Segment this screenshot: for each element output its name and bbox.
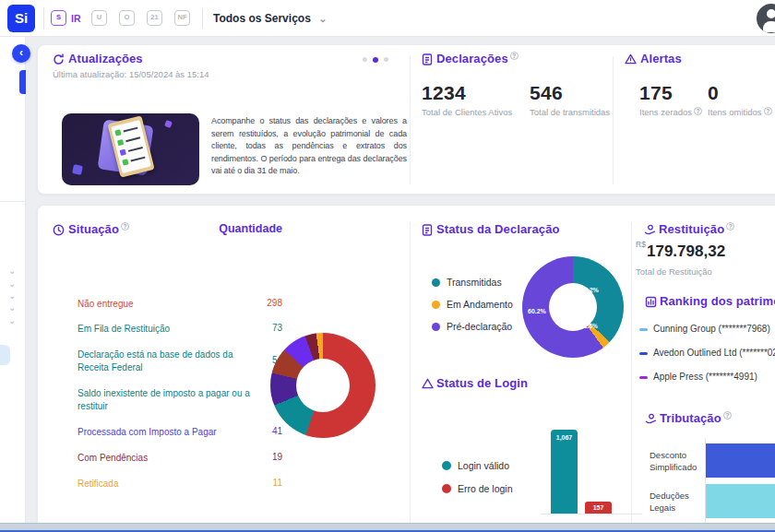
module-badge-ir[interactable]: IR	[71, 13, 81, 24]
legend-label: Pré-declaração	[447, 321, 512, 332]
chevron-down-icon[interactable]: ⌄	[8, 291, 16, 301]
situation-row-value: 73	[243, 323, 282, 333]
bar-value-label: 1,067	[551, 434, 578, 441]
updates-body-text: Acompanhe o status das declarações e val…	[211, 115, 407, 178]
situation-row-label: Declaração está na base de dados da Rece…	[78, 349, 255, 373]
topbar-divider	[43, 7, 44, 30]
module-glyph: O	[125, 13, 130, 21]
carousel-dot[interactable]	[363, 57, 367, 62]
situation-title: Situação?	[68, 222, 129, 236]
ranking-item: Avedon Outlined Ltd (*******0291)	[653, 348, 775, 358]
clock-icon	[53, 224, 65, 236]
services-dropdown[interactable]: Todos os Serviços ⌄	[213, 12, 327, 25]
horizontal-scrollbar[interactable]	[0, 523, 775, 530]
sidebar-active-pill[interactable]	[19, 70, 26, 94]
restitution-value: 179.798,32	[647, 242, 725, 261]
situation-row-label: Em Fila de Restituição	[78, 323, 255, 336]
card-divider	[613, 56, 614, 184]
login-error-bar[interactable]: 157	[585, 502, 612, 514]
illustration-square	[72, 164, 83, 175]
avatar[interactable]	[757, 4, 775, 33]
stat-value: 175	[639, 82, 673, 104]
app-window: Si S IR U O 21 NF Todos os Serviços ⌄ ‹ …	[0, 0, 775, 532]
module-icon-5[interactable]: NF	[174, 10, 190, 26]
warning-triangle-icon	[625, 53, 637, 65]
restitution-caption: Total de Restituição	[636, 266, 712, 277]
situation-row-value: 41	[243, 426, 282, 436]
legend-label: Em Andamento	[447, 299, 513, 310]
bar-chart-icon	[645, 296, 657, 308]
taxation-bar[interactable]	[706, 443, 775, 478]
situation-row-label: Saldo inexistente de imposto a pagar ou …	[78, 387, 255, 412]
carousel-dot-active[interactable]	[373, 57, 378, 63]
refresh-icon[interactable]	[53, 53, 65, 65]
sidebar-collapse-button[interactable]: ‹	[12, 44, 30, 63]
stat-value: 1234	[422, 82, 466, 104]
dashboard-card: Situação? Quantidade Não entregue 298 Em…	[37, 205, 775, 532]
ranking-item: Cunning Group (*******7968)	[653, 324, 770, 334]
document-icon	[422, 224, 433, 236]
module-glyph: U	[97, 13, 101, 21]
situation-row-value: 298	[243, 298, 282, 308]
info-icon[interactable]: ?	[764, 107, 772, 115]
module-icon-2[interactable]: U	[91, 10, 107, 26]
legend-dot	[432, 278, 440, 287]
info-icon[interactable]: ?	[723, 411, 732, 420]
chevron-down-icon[interactable]: ⌄	[8, 316, 16, 325]
module-icon-3[interactable]: O	[119, 10, 135, 26]
app-logo[interactable]: Si	[7, 5, 35, 32]
app-logo-text: Si	[15, 10, 28, 26]
summary-card: Atualizações Última atualização: 15/05/2…	[37, 44, 775, 195]
topbar: Si S IR U O 21 NF Todos os Serviços ⌄	[0, 0, 775, 37]
stat-label: Itens omitidos?	[708, 107, 772, 117]
taxation-bar-label: Deduções Legais	[650, 490, 703, 514]
slice-label: 2.6%	[584, 323, 598, 329]
services-dropdown-label: Todos os Serviços	[213, 12, 311, 25]
situation-row-label: Não entregue	[78, 298, 255, 311]
info-icon[interactable]: ?	[726, 222, 734, 231]
stat-label: Total de Clientes Ativos	[422, 107, 512, 117]
info-icon[interactable]: ?	[121, 222, 129, 231]
taxation-title: Tributação?	[660, 411, 732, 425]
situation-row-label: Retificada	[78, 478, 255, 491]
chevron-down-icon[interactable]: ⌄	[8, 279, 16, 289]
legend-label: Erro de login	[458, 483, 513, 494]
info-icon[interactable]: ?	[694, 107, 702, 115]
document-icon	[422, 53, 433, 65]
module-icon-ir[interactable]: S	[51, 10, 66, 26]
hand-coin-icon	[645, 413, 657, 425]
ranking-dash	[639, 352, 648, 355]
module-glyph: S	[56, 13, 61, 21]
situation-row-label: Com Pendências	[78, 452, 255, 465]
module-glyph: NF	[178, 13, 187, 21]
quantity-header: Quantidade	[199, 222, 282, 235]
last-update-text: Última atualização: 15/05/2024 às 15:14	[53, 69, 209, 79]
slice-label: 60.2%	[528, 308, 546, 314]
card-divider	[410, 56, 411, 184]
situation-row-value: 11	[243, 478, 282, 488]
legend-dot	[432, 301, 440, 309]
module-icon-4[interactable]: 21	[147, 10, 162, 26]
login-valid-bar[interactable]: 1,067	[551, 430, 578, 514]
chevron-down-icon[interactable]: ⌄	[8, 266, 16, 276]
ranking-dash	[639, 376, 648, 379]
alerts-title: Alertas	[640, 52, 682, 65]
restitution-title: Restituição?	[659, 222, 734, 236]
legend-dot	[442, 484, 451, 493]
illustration-square	[164, 120, 173, 128]
chevron-down-icon: ⌄	[318, 13, 327, 24]
carousel-dot[interactable]	[384, 57, 388, 62]
card-divider	[410, 222, 411, 532]
declaration-status-title: Status da Declaração	[436, 222, 560, 236]
stat-value: 0	[708, 82, 719, 104]
taxation-bar[interactable]	[706, 484, 775, 518]
stat-label: Itens zerados?	[639, 107, 702, 117]
donut-hole	[296, 359, 350, 412]
bar-value-label: 157	[585, 504, 612, 511]
taxation-bar-label: Desconto Simplificado	[650, 449, 703, 474]
login-status-title: Status de Login	[436, 376, 528, 390]
sidebar-highlight-item[interactable]	[0, 345, 10, 365]
collapse-chevron-icon: ‹	[19, 46, 23, 59]
info-icon[interactable]: ?	[510, 52, 519, 60]
chevron-down-icon[interactable]: ⌄	[8, 303, 16, 313]
